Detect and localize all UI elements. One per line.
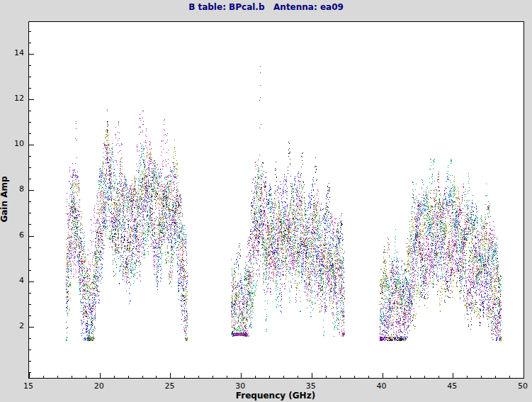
- x-tick-label: 25: [164, 381, 174, 391]
- x-axis-label: Frequency (GHz): [28, 391, 523, 401]
- y-tick-label: 2: [0, 321, 24, 330]
- chart-canvas[interactable]: [29, 22, 523, 378]
- x-tick-label: 50: [518, 381, 528, 391]
- y-tick-label: 8: [0, 184, 24, 194]
- x-tick-label: 35: [306, 381, 316, 391]
- y-tick-label: 12: [0, 94, 24, 103]
- plot-title: B table: BPcal.b Antenna: ea09: [0, 2, 532, 12]
- plot-area: [28, 21, 524, 379]
- plot-window: B table: BPcal.b Antenna: ea09 Gain Amp …: [0, 0, 532, 402]
- x-tick-label: 20: [94, 381, 104, 391]
- x-tick-label: 15: [23, 381, 33, 391]
- x-tick-label: 40: [377, 381, 387, 391]
- x-tick-label: 45: [447, 381, 457, 391]
- y-tick-label: 4: [0, 276, 24, 285]
- y-tick-label: 10: [0, 139, 24, 148]
- y-tick-label: 6: [0, 230, 24, 240]
- x-tick-label: 30: [235, 381, 245, 391]
- y-axis-label: Gain Amp: [0, 176, 9, 222]
- y-tick-label: 14: [0, 48, 24, 57]
